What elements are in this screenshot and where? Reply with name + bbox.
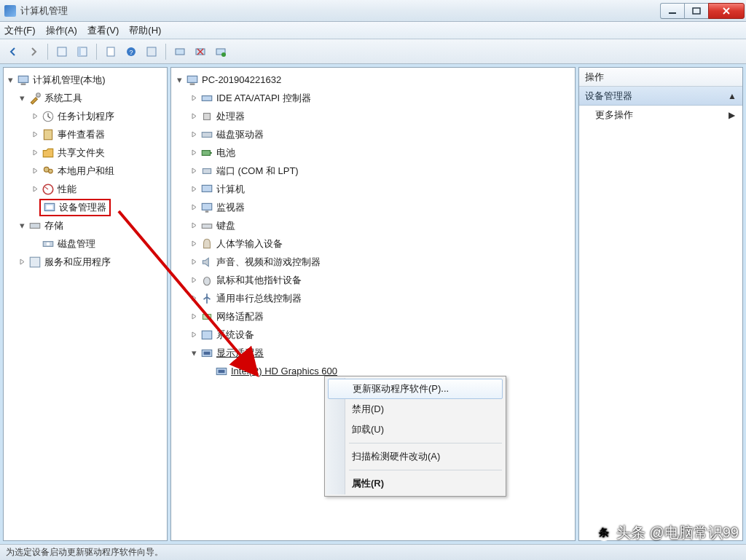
ctx-properties[interactable]: 属性(R)	[327, 473, 503, 494]
tree-label: IDE ATA/ATAPI 控制器	[216, 92, 311, 105]
device-hid[interactable]: 人体学输入设备	[171, 234, 575, 253]
help-icon: ?	[125, 46, 137, 58]
expander-icon[interactable]	[30, 166, 40, 176]
device-disk-drives[interactable]: 磁盘驱动器	[171, 125, 575, 143]
device-ide[interactable]: IDE ATA/ATAPI 控制器	[171, 89, 575, 107]
device-system[interactable]: 系统设备	[171, 326, 575, 344]
device-monitor[interactable]: 监视器	[171, 198, 575, 216]
expander-icon[interactable]	[30, 111, 40, 122]
expander-icon[interactable]	[189, 239, 199, 249]
expander-icon[interactable]	[17, 257, 27, 267]
expander-icon[interactable]	[189, 330, 199, 340]
tree-root[interactable]: ▾ 计算机管理(本地)	[4, 71, 167, 89]
device-ports[interactable]: 端口 (COM 和 LPT)	[171, 162, 575, 180]
tree-storage[interactable]: ▾ 存储	[4, 216, 167, 234]
device-processors[interactable]: 处理器	[171, 107, 575, 125]
actions-more[interactable]: 更多操作 ▶	[579, 106, 742, 125]
back-button[interactable]	[4, 43, 22, 60]
expander-icon[interactable]	[189, 93, 199, 103]
tree-services[interactable]: 服务和应用程序	[4, 253, 167, 271]
properties-button[interactable]	[102, 43, 119, 60]
svg-rect-36	[202, 203, 212, 210]
refresh-button[interactable]	[143, 43, 160, 60]
up-icon	[56, 46, 68, 58]
battery-icon	[200, 146, 213, 159]
expander-icon[interactable]	[189, 221, 199, 231]
maximize-icon	[692, 7, 701, 15]
tree-event-viewer[interactable]: 事件查看器	[4, 125, 167, 143]
expander-icon[interactable]	[189, 257, 199, 267]
tree-label: 存储	[44, 219, 63, 232]
maximize-button[interactable]	[684, 3, 709, 19]
expander-icon[interactable]	[30, 184, 40, 194]
tree-systools[interactable]: ▾ 系统工具	[4, 89, 167, 107]
menu-bar: 文件(F) 操作(A) 查看(V) 帮助(H)	[0, 22, 746, 39]
svg-rect-45	[219, 369, 225, 373]
expander-icon[interactable]	[189, 275, 199, 285]
device-computer[interactable]: 计算机	[171, 180, 575, 198]
expander-icon[interactable]	[189, 130, 199, 140]
port-icon	[200, 165, 213, 178]
expander-icon[interactable]	[189, 293, 199, 304]
menu-file[interactable]: 文件(F)	[4, 24, 36, 37]
help-button[interactable]: ?	[122, 43, 140, 60]
toolbar: ?	[0, 39, 746, 64]
tree-disk-mgmt[interactable]: 磁盘管理	[4, 234, 167, 253]
svg-point-19	[49, 169, 53, 173]
device-display-adapters[interactable]: ▾显示适配器	[171, 344, 575, 362]
ctx-disable[interactable]: 禁用(D)	[327, 399, 503, 419]
tree-shared-folders[interactable]: 共享文件夹	[4, 143, 167, 162]
expander-icon[interactable]: ▾	[17, 221, 27, 231]
device-keyboard[interactable]: 键盘	[171, 216, 575, 234]
tree-label: 磁盘管理	[58, 237, 95, 251]
show-hide-button[interactable]	[74, 43, 91, 60]
tree-device-manager[interactable]: 设备管理器	[4, 198, 167, 216]
uninstall-button[interactable]	[192, 43, 209, 60]
device-usb[interactable]: 通用串行总线控制器	[171, 289, 575, 307]
svg-rect-23	[30, 223, 40, 228]
expander-icon[interactable]	[189, 166, 199, 176]
up-button[interactable]	[53, 43, 71, 60]
close-button[interactable]	[708, 3, 745, 19]
device-battery[interactable]: 电池	[171, 143, 575, 162]
menu-help[interactable]: 帮助(H)	[129, 24, 161, 37]
svg-rect-17	[44, 130, 52, 140]
expander-icon[interactable]: ▾	[5, 75, 15, 85]
update-button[interactable]	[212, 43, 229, 60]
tree-performance[interactable]: 性能	[4, 180, 167, 198]
ctx-uninstall[interactable]: 卸载(U)	[327, 419, 503, 440]
device-network[interactable]: 网络适配器	[171, 307, 575, 326]
expander-icon[interactable]	[189, 312, 199, 322]
expander-icon[interactable]	[189, 148, 199, 158]
expander-icon[interactable]	[189, 111, 199, 122]
device-root[interactable]: ▾ PC-201904221632	[171, 71, 575, 89]
expander-icon[interactable]: ▾	[189, 348, 199, 358]
actions-selected[interactable]: 设备管理器 ▲	[579, 87, 742, 106]
forward-button[interactable]	[25, 43, 42, 60]
minimize-button[interactable]	[660, 3, 685, 19]
svg-rect-35	[202, 185, 212, 192]
tree-task-scheduler[interactable]: 任务计划程序	[4, 107, 167, 125]
ctx-scan-hw[interactable]: 扫描检测硬件改动(A)	[327, 446, 503, 467]
cpu-icon	[200, 110, 213, 123]
expander-spacer	[203, 366, 213, 376]
actions-pane: 操作 设备管理器 ▲ 更多操作 ▶	[578, 67, 743, 541]
expander-icon[interactable]: ▾	[174, 75, 184, 85]
tree-local-users[interactable]: 本地用户和组	[4, 162, 167, 180]
device-sound[interactable]: 声音、视频和游戏控制器	[171, 253, 575, 271]
scan-button[interactable]	[171, 43, 189, 60]
device-mouse[interactable]: 鼠标和其他指针设备	[171, 271, 575, 289]
tree-label: Intel(R) HD Graphics 600	[231, 366, 337, 376]
svg-rect-28	[190, 83, 195, 84]
expander-icon[interactable]	[189, 184, 199, 194]
book-icon	[42, 128, 55, 141]
properties-icon	[105, 46, 117, 58]
menu-action[interactable]: 操作(A)	[46, 24, 77, 37]
network-icon	[200, 310, 213, 323]
expander-icon[interactable]: ▾	[17, 93, 27, 103]
expander-icon[interactable]	[189, 202, 199, 213]
menu-view[interactable]: 查看(V)	[87, 24, 119, 37]
expander-icon[interactable]	[30, 130, 40, 140]
expander-icon[interactable]	[30, 148, 40, 158]
ctx-update-driver[interactable]: 更新驱动程序软件(P)...	[328, 379, 503, 399]
